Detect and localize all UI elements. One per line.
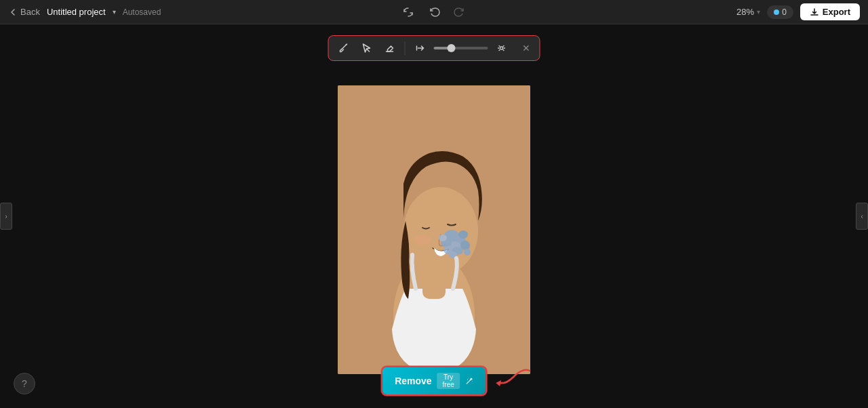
header-right: 28% ▾ 0 Export: [736, 3, 860, 20]
credits-dot-icon: [774, 9, 779, 15]
svg-point-16: [439, 234, 447, 241]
app-header: Back Untitled project ▾ Autosaved: [0, 0, 868, 24]
zoom-button[interactable]: 28% ▾: [736, 7, 760, 17]
svg-point-0: [346, 44, 347, 45]
header-left: Back Untitled project ▾ Autosaved: [8, 7, 161, 17]
remove-label: Remove: [395, 375, 431, 386]
export-label: Export: [823, 7, 850, 17]
left-panel-toggle[interactable]: ›: [0, 203, 12, 230]
title-dropdown-icon[interactable]: ▾: [113, 8, 116, 16]
credits-badge: 0: [767, 5, 793, 19]
brush-tool-button[interactable]: [334, 39, 353, 58]
svg-point-7: [414, 235, 431, 245]
svg-point-20: [469, 378, 469, 379]
project-title: Untitled project: [47, 7, 106, 17]
svg-point-19: [467, 379, 468, 380]
credits-count: 0: [782, 7, 787, 17]
back-label: Back: [20, 7, 40, 17]
select-icon: [361, 43, 372, 54]
brush-size-slider[interactable]: [434, 47, 488, 49]
help-label: ?: [22, 378, 27, 389]
svg-point-2: [500, 47, 503, 49]
svg-point-17: [464, 249, 471, 256]
arrow-tool-button[interactable]: [411, 39, 430, 58]
svg-point-15: [460, 241, 470, 250]
svg-point-12: [458, 230, 468, 239]
zoom-dropdown-icon: ▾: [757, 8, 760, 16]
autosaved-label: Autosaved: [123, 7, 161, 17]
svg-point-21: [471, 381, 472, 382]
settings-icon: [496, 43, 507, 54]
left-arrow-icon: ›: [5, 212, 7, 220]
right-arrow-icon: ‹: [861, 212, 863, 220]
redo-button[interactable]: [452, 4, 468, 20]
undo-button[interactable]: [426, 4, 442, 20]
undo-icon: [428, 6, 440, 18]
magic-wand-icon: [465, 375, 473, 387]
arrow-tool-icon: [415, 43, 426, 54]
help-button[interactable]: ?: [14, 373, 35, 394]
export-button[interactable]: Export: [800, 3, 860, 20]
toolbar-close-button[interactable]: ✕: [518, 40, 534, 56]
back-arrow-icon: [8, 7, 18, 17]
back-button[interactable]: Back: [8, 7, 40, 17]
svg-point-6: [403, 187, 478, 275]
red-arrow-indicator: [489, 364, 536, 398]
redo-icon: [454, 6, 466, 18]
brush-icon: [338, 43, 349, 54]
main-canvas-area: ›: [0, 24, 868, 408]
canvas-image: Remove Try free: [338, 85, 530, 374]
erase-tool-button[interactable]: [380, 39, 399, 58]
try-free-badge: Try free: [437, 373, 460, 389]
image-background[interactable]: [338, 85, 530, 374]
header-center: [400, 4, 468, 20]
restore-icon: [402, 6, 414, 18]
remove-button[interactable]: Remove Try free: [382, 367, 486, 394]
export-icon: [810, 7, 819, 17]
floating-toolbar: ✕: [328, 35, 540, 61]
erase-icon: [384, 43, 395, 54]
zoom-label: 28%: [736, 7, 754, 17]
restore-button[interactable]: [400, 4, 416, 20]
settings-tool-button[interactable]: [492, 39, 511, 58]
remove-button-container: Remove Try free: [382, 367, 486, 394]
woman-figure-svg: [338, 85, 530, 374]
brush-size-slider-container: [434, 47, 488, 49]
right-panel-toggle[interactable]: ‹: [856, 203, 868, 230]
select-tool-button[interactable]: [357, 39, 376, 58]
toolbar-divider: [405, 41, 406, 55]
